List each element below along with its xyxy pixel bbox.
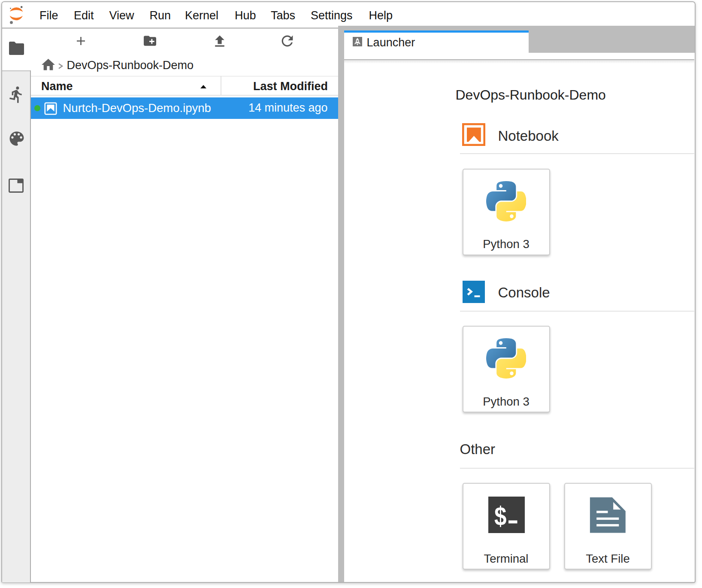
svg-text:$: $ — [494, 501, 506, 530]
